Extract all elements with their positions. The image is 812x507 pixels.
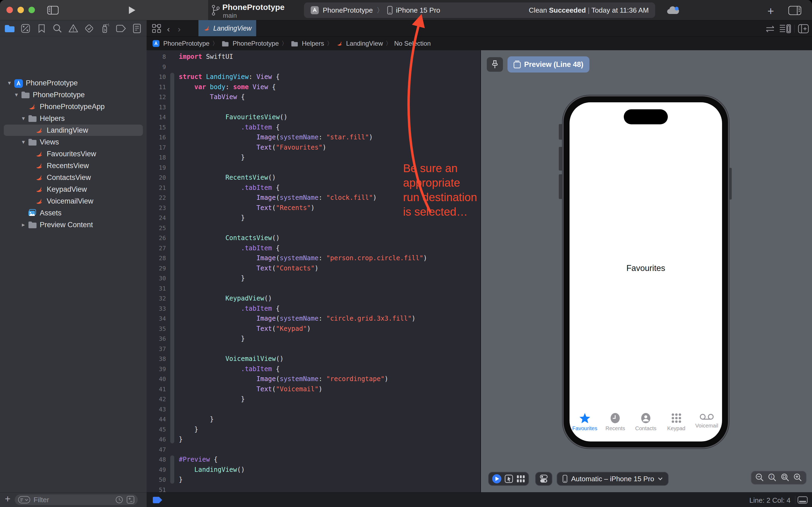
add-editor-icon[interactable] [798, 24, 809, 33]
tree-item-landingview[interactable]: LandingView [0, 124, 147, 136]
swap-editor-icon[interactable] [765, 25, 775, 33]
editor-options-icon[interactable] [779, 24, 791, 33]
line-number[interactable]: 32 [147, 293, 167, 304]
line-number[interactable]: 21 [147, 183, 167, 193]
tree-item-voicemailview[interactable]: VoicemailView [0, 195, 147, 207]
code-line-36[interactable]: } [179, 334, 427, 344]
line-number[interactable]: 28 [147, 253, 167, 264]
editor-layout-icon[interactable] [789, 6, 801, 15]
line-number[interactable]: 41 [147, 384, 167, 394]
scheme-project-label[interactable]: PhonePrototype [323, 6, 373, 14]
line-number[interactable]: 48 [147, 455, 167, 465]
find-navigator-icon[interactable] [52, 22, 63, 35]
code-line-43[interactable] [179, 404, 427, 415]
code-line-29[interactable]: Text("Contacts") [179, 264, 427, 274]
tree-item-favouritesview[interactable]: FavouritesView [0, 148, 147, 160]
tree-item-phoneprototypeapp[interactable]: PhonePrototypeApp [0, 101, 147, 113]
tab-landingview[interactable]: LandingView [198, 20, 256, 36]
line-number[interactable]: 45 [147, 425, 167, 435]
breadcrumb-landingview[interactable]: LandingView [335, 40, 383, 48]
code-line-38[interactable]: VoicemailView() [179, 354, 427, 364]
line-number[interactable]: 44 [147, 414, 167, 425]
run-destination-selector[interactable]: Automatic – iPhone 15 Pro [557, 472, 669, 486]
toggle-debug-area-icon[interactable] [798, 496, 808, 504]
selectable-preview-button[interactable] [505, 474, 513, 483]
chevron-down-icon[interactable]: ▾ [20, 138, 27, 146]
line-number[interactable]: 39 [147, 364, 167, 374]
line-number[interactable]: 14 [147, 112, 167, 122]
code-line-10[interactable]: struct LandingView: View { [179, 72, 427, 82]
device-settings-button[interactable] [535, 472, 553, 486]
line-number[interactable]: 18 [147, 153, 167, 163]
line-number[interactable]: 43 [147, 404, 167, 415]
line-number[interactable]: 46 [147, 435, 167, 445]
code-line-34[interactable]: Image(systemName: "circle.grid.3x3.fill"… [179, 314, 427, 324]
phone-tab-contacts[interactable]: Contacts [631, 412, 661, 432]
zoom-100-icon[interactable]: 1 [768, 473, 777, 482]
run-button[interactable] [128, 6, 136, 14]
line-number[interactable]: 15 [147, 122, 167, 133]
tree-item-phoneprototype[interactable]: ▾PhonePrototype [0, 77, 147, 89]
phone-tab-voicemail[interactable]: Voicemail [691, 412, 722, 432]
chevron-down-icon[interactable]: ▾ [20, 115, 27, 122]
zoom-out-icon[interactable] [755, 473, 764, 482]
code-line-30[interactable]: } [179, 273, 427, 284]
line-number[interactable]: 19 [147, 163, 167, 173]
recent-files-icon[interactable] [115, 496, 123, 504]
close-window-button[interactable] [6, 7, 13, 13]
live-preview-button[interactable] [492, 474, 502, 484]
code-line-15[interactable]: .tabItem { [179, 122, 427, 133]
reports-navigator-icon[interactable] [131, 22, 143, 35]
iphone-screen[interactable]: Favourites FavouritesRecentsContactsKeyp… [570, 102, 722, 442]
code-line-41[interactable]: Text("Voicemail") [179, 384, 427, 394]
line-number[interactable]: 33 [147, 304, 167, 314]
code-line-13[interactable] [179, 102, 427, 113]
line-number[interactable]: 27 [147, 243, 167, 253]
line-number[interactable]: 20 [147, 173, 167, 183]
toggle-sidebar-icon[interactable] [47, 6, 59, 14]
code-line-51[interactable] [179, 485, 427, 493]
code-line-28[interactable]: Image(systemName: "person.crop.circle.fi… [179, 253, 427, 264]
back-button[interactable]: ‹ [167, 24, 170, 34]
tree-item-helpers[interactable]: ▾Helpers [0, 113, 147, 124]
chevron-right-icon[interactable]: ▸ [20, 221, 27, 228]
tree-item-keypadview[interactable]: KeypadView [0, 183, 147, 195]
breadcrumb-phoneprototype[interactable]: PhonePrototype [221, 40, 279, 47]
breadcrumb-phoneprototype[interactable]: PhonePrototype [152, 39, 210, 48]
code-line-42[interactable]: } [179, 394, 427, 404]
tree-item-phoneprototype[interactable]: ▾PhonePrototype [0, 89, 147, 101]
code-line-24[interactable]: } [179, 213, 427, 223]
add-tab-button[interactable]: + [767, 5, 774, 18]
line-number[interactable]: 17 [147, 143, 167, 153]
zoom-window-button[interactable] [28, 7, 35, 13]
code-line-31[interactable] [179, 284, 427, 294]
line-number[interactable]: 23 [147, 203, 167, 213]
code-line-45[interactable]: } [179, 425, 427, 435]
bookmarks-navigator-icon[interactable] [36, 22, 48, 35]
code-line-18[interactable]: } [179, 153, 427, 163]
code-line-26[interactable]: ContactsView() [179, 233, 427, 243]
tree-item-preview-content[interactable]: ▸Preview Content [0, 219, 147, 231]
tree-item-assets[interactable]: Assets [0, 207, 147, 219]
line-number[interactable]: 8 [147, 52, 167, 62]
code-line-8[interactable]: import SwiftUI [179, 52, 427, 62]
code-line-9[interactable] [179, 62, 427, 72]
code-line-21[interactable]: .tabItem { [179, 183, 427, 193]
source-control-filter-icon[interactable] [126, 496, 134, 504]
line-number[interactable]: 42 [147, 394, 167, 404]
code-line-25[interactable] [179, 223, 427, 233]
line-number[interactable]: 24 [147, 213, 167, 223]
line-number[interactable]: 35 [147, 324, 167, 334]
code-line-40[interactable]: Image(systemName: "recordingtape") [179, 374, 427, 384]
line-number[interactable]: 37 [147, 344, 167, 354]
code-line-39[interactable]: .tabItem { [179, 364, 427, 374]
line-number[interactable]: 11 [147, 82, 167, 92]
filter-input[interactable]: Filter [15, 494, 138, 505]
phone-tab-favourites[interactable]: Favourites [570, 412, 600, 432]
line-number[interactable]: 22 [147, 193, 167, 203]
project-navigator-icon[interactable] [4, 22, 15, 35]
code-line-12[interactable]: TabView { [179, 92, 427, 102]
jump-bar[interactable]: PhonePrototype〉PhonePrototype〉Helpers〉La… [147, 36, 812, 50]
code-line-11[interactable]: var body: some View { [179, 82, 427, 92]
line-number[interactable]: 30 [147, 273, 167, 284]
